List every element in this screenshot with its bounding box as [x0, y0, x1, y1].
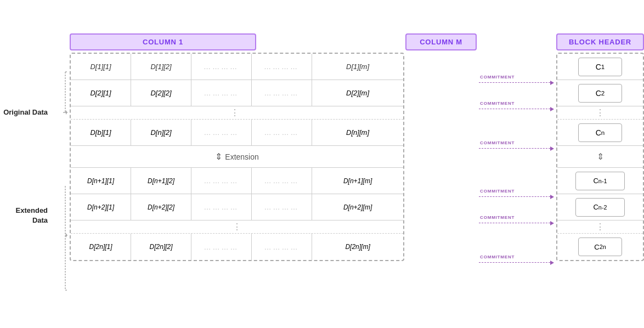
svg-marker-3	[66, 110, 67, 115]
commitment-2-arrowhead	[550, 107, 554, 111]
block-header-label: BLOCK HEADER	[556, 33, 644, 50]
block-header-area: C1 C2 ⋮ Cn ⇕	[556, 53, 644, 261]
extension-row: ⇕ Extension	[71, 146, 403, 168]
cell-n1-2: D[n+1][2]	[131, 168, 191, 194]
commitment-2n-line	[479, 262, 550, 263]
commitment-n2-arrow	[477, 221, 556, 225]
ext-bracket	[55, 180, 67, 295]
block-c2n: C2n	[557, 234, 643, 260]
cell-1-2: D[1][2]	[131, 54, 191, 80]
commitment-2n-arrowhead	[550, 261, 554, 265]
extended-data-label: Extended Data	[0, 159, 51, 273]
block-header-header: BLOCK HEADER	[556, 33, 644, 50]
sub-n1: n-1	[598, 178, 607, 184]
commitment-n: COMMITMENT	[477, 132, 556, 159]
cell-n1-dots2: …………	[252, 168, 312, 194]
block-cn2-box: Cn-2	[575, 198, 625, 217]
extension-icon: ⇕	[215, 151, 222, 162]
block-vdots-1: ⋮	[557, 106, 643, 120]
cell-n2-dots1: …………	[191, 194, 252, 220]
vdots-row-1: ⋮	[71, 106, 403, 120]
block-c2n-box: C2n	[578, 237, 622, 256]
cell-n2-dots2: …………	[252, 194, 312, 220]
block-cn1: Cn-1	[557, 168, 643, 194]
top-section: Original Data Extended Data	[0, 33, 644, 295]
commitment-2: COMMITMENT	[477, 93, 556, 119]
commitment-n2-label: COMMITMENT	[477, 215, 556, 220]
commitment-2-label: COMMITMENT	[477, 101, 556, 106]
sub-2n: 2n	[600, 244, 606, 250]
chevron-icon: ⇕	[597, 151, 604, 162]
cell-2-dots1: …………	[191, 80, 252, 106]
block-c2-box: C2	[578, 84, 622, 103]
commit-vdots-spacer2	[477, 233, 556, 246]
commitment-n1-line	[479, 196, 550, 197]
cell-n2-1: D[n+2][1]	[71, 194, 131, 220]
data-row-1: D[1][1] D[1][2] ………… ………… D[1][m]	[71, 54, 403, 80]
columns-wrapper: COLUMN 1 COLUMN M D[1][1] D[1][2] ………… ……	[70, 33, 477, 261]
extension-label: Extension	[225, 152, 258, 161]
block-header-wrapper: BLOCK HEADER C1 C2 ⋮	[556, 33, 644, 261]
bracket-gap	[55, 159, 67, 180]
commitment-1-label: COMMITMENT	[477, 75, 556, 80]
block-vdots-2-icon: ⋮	[596, 222, 605, 232]
block-c1-box: C1	[578, 58, 622, 76]
bracket-area	[55, 33, 67, 295]
svg-marker-7	[66, 233, 67, 237]
cell-n-m: D[n][m]	[312, 120, 403, 145]
diagram: Original Data Extended Data	[0, 33, 644, 295]
cell-1-1: D[1][1]	[71, 54, 131, 80]
block-cn2: Cn-2	[557, 194, 643, 220]
sub-n: n	[601, 129, 605, 136]
commitment-1-arrowhead	[550, 81, 554, 85]
cell-2-m: D[2][m]	[312, 80, 403, 106]
header-row: COLUMN 1 COLUMN M	[70, 33, 477, 50]
cell-2n-dots1: …………	[191, 234, 252, 260]
commitment-n1-label: COMMITMENT	[477, 189, 556, 194]
cell-n-dots2: …………	[252, 120, 312, 145]
commit-ext-spacer	[477, 159, 556, 180]
commitment-1-line	[479, 82, 550, 83]
data-row-n: D[b][1] D[n][2] ………… ………… D[n][m]	[71, 120, 403, 146]
vdots-2: ⋮	[233, 222, 241, 232]
block-c2: C2	[557, 80, 643, 106]
block-vdots-1-icon: ⋮	[596, 108, 605, 118]
sub-1: 1	[601, 63, 605, 70]
cell-n2-2: D[n+2][2]	[131, 194, 191, 220]
page: Original Data Extended Data	[0, 0, 644, 328]
commitment-2-line	[479, 109, 550, 109]
cell-1-m: D[1][m]	[312, 54, 403, 80]
commit-vdots-spacer	[477, 119, 556, 132]
vdots-1: ⋮	[230, 108, 244, 118]
vdots-row-2: ⋮	[71, 220, 403, 234]
block-vdots-2: ⋮	[557, 220, 643, 234]
block-cn1-box: Cn-1	[575, 172, 625, 190]
cell-2n-1: D[2n][1]	[71, 234, 131, 260]
original-data-label: Original Data	[0, 66, 51, 159]
commitment-2n-arrow	[477, 261, 556, 265]
commitment-1-arrow	[477, 81, 556, 85]
cell-n-dots1: …………	[191, 120, 252, 145]
block-chevron: ⇕	[557, 146, 643, 168]
commitment-zone: COMMITMENT COMMITMENT	[477, 66, 556, 273]
cell-n1-1: D[n+1][1]	[71, 168, 131, 194]
sub-n2: n-2	[598, 204, 607, 211]
cell-2-2: D[2][2]	[131, 80, 191, 106]
sub-2: 2	[601, 89, 605, 97]
orig-bracket	[55, 66, 67, 159]
commitment-2n: COMMITMENT	[477, 246, 556, 273]
commitment-n2-line	[479, 223, 550, 223]
commitment-n1: COMMITMENT	[477, 180, 556, 207]
block-c1: C1	[557, 54, 643, 80]
cell-2n-dots2: …………	[252, 234, 312, 260]
commitment-2n-label: COMMITMENT	[477, 255, 556, 259]
commitment-n-line	[479, 148, 550, 149]
commitment-n-label: COMMITMENT	[477, 140, 556, 145]
data-row-2: D[2][1] D[2][2] ………… ………… D[2][m]	[71, 80, 403, 106]
data-row-n1: D[n+1][1] D[n+1][2] ………… ………… D[n+1][m]	[71, 168, 403, 194]
cell-2n-m: D[2n][m]	[312, 234, 403, 260]
block-cn: Cn	[557, 120, 643, 146]
column1-header: COLUMN 1	[70, 33, 256, 50]
block-cn-box: Cn	[578, 123, 622, 142]
commitment-n1-arrowhead	[550, 195, 554, 199]
